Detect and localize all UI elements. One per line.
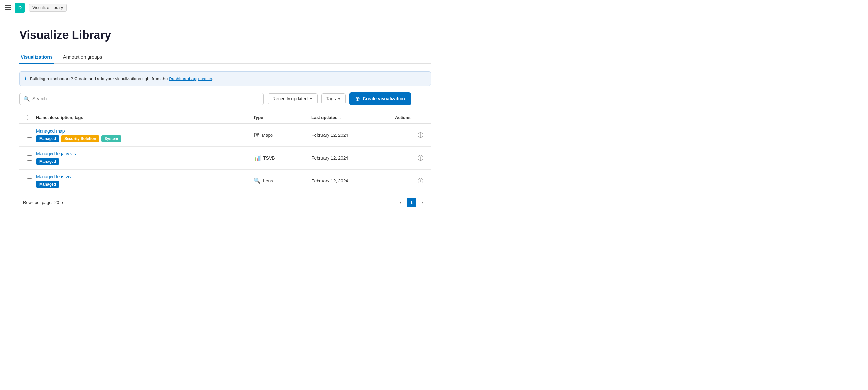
row-2-checkbox[interactable]	[27, 155, 32, 160]
tab-annotation-groups[interactable]: Annotation groups	[62, 51, 103, 64]
column-type: Type	[253, 115, 311, 120]
sort-filter-label: Recently updated	[273, 96, 308, 101]
column-name: Name, description, tags	[36, 115, 253, 120]
pagination-prev-button[interactable]: ‹	[396, 198, 405, 207]
row-2-date: February 12, 2024	[311, 155, 395, 160]
tags-chevron-icon: ▼	[338, 97, 341, 101]
toolbar: 🔍 Recently updated ▼ Tags ▼ ⊕ Create vis…	[19, 92, 431, 105]
sort-filter-button[interactable]: Recently updated ▼	[268, 93, 317, 104]
table-row: Managed lens vis Managed 🔍 Lens February…	[19, 170, 431, 192]
pagination-page-1-button[interactable]: 1	[407, 198, 416, 207]
tag-system[interactable]: System	[101, 136, 122, 142]
rows-per-page-value: 20	[54, 200, 59, 205]
table-header: Name, description, tags Type Last update…	[19, 112, 431, 124]
create-button-label: Create visualization	[363, 96, 405, 101]
row-3-type: 🔍 Lens	[253, 177, 311, 184]
column-last-updated[interactable]: Last updated ↓	[311, 115, 395, 120]
row-1-date: February 12, 2024	[311, 132, 395, 138]
dashboard-app-link[interactable]: Dashboard application	[169, 76, 212, 81]
row-3-actions: ⓘ	[395, 176, 427, 186]
banner-text: Building a dashboard? Create and add you…	[30, 76, 213, 81]
maps-icon: 🗺	[253, 132, 259, 139]
rows-per-page-control[interactable]: Rows per page: 20 ▼	[23, 200, 64, 205]
tag-security-solution[interactable]: Security Solution	[61, 136, 99, 142]
tag-managed-3[interactable]: Managed	[36, 181, 59, 188]
row-1-name-cell: Managed map Managed Security Solution Sy…	[36, 128, 253, 142]
plus-icon: ⊕	[355, 95, 360, 102]
info-icon: ℹ	[25, 76, 27, 82]
hamburger-menu[interactable]	[5, 5, 11, 10]
table-footer: Rows per page: 20 ▼ ‹ 1 ›	[19, 192, 431, 207]
row-2-actions: ⓘ	[395, 153, 427, 163]
page-title: Visualize Library	[19, 28, 431, 42]
pagination: ‹ 1 ›	[396, 198, 427, 207]
tags-filter-button[interactable]: Tags ▼	[321, 93, 345, 104]
tag-managed-1[interactable]: Managed	[36, 136, 59, 142]
row-1-name-link[interactable]: Managed map	[36, 128, 253, 133]
lens-icon: 🔍	[253, 177, 260, 184]
sort-chevron-icon: ▼	[309, 97, 313, 101]
tab-visualizations[interactable]: Visualizations	[19, 51, 54, 64]
row-3-date: February 12, 2024	[311, 178, 395, 183]
search-icon: 🔍	[24, 96, 30, 102]
visualizations-table: Name, description, tags Type Last update…	[19, 112, 431, 192]
row-1-type: 🗺 Maps	[253, 132, 311, 139]
select-all-checkbox[interactable]	[27, 115, 32, 120]
table-row: Managed map Managed Security Solution Sy…	[19, 124, 431, 147]
row-2-type-label: TSVB	[263, 155, 275, 160]
tsvb-icon: 📊	[253, 154, 260, 161]
row-2-info-button[interactable]: ⓘ	[416, 153, 425, 163]
column-actions: Actions	[395, 115, 427, 120]
tags-filter-label: Tags	[326, 96, 336, 101]
row-1-info-button[interactable]: ⓘ	[416, 130, 425, 140]
pagination-next-button[interactable]: ›	[417, 198, 427, 207]
info-banner: ℹ Building a dashboard? Create and add y…	[19, 71, 431, 86]
row-1-checkbox[interactable]	[27, 132, 32, 138]
row-1-type-label: Maps	[262, 132, 273, 138]
table-row: Managed legacy vis Managed 📊 TSVB Februa…	[19, 147, 431, 170]
row-2-tags: Managed	[36, 158, 253, 165]
row-3-name-cell: Managed lens vis Managed	[36, 174, 253, 188]
rows-per-page-label: Rows per page:	[23, 200, 53, 205]
row-3-checkbox[interactable]	[27, 178, 32, 183]
create-visualization-button[interactable]: ⊕ Create visualization	[349, 92, 411, 105]
avatar: D	[15, 3, 25, 13]
row-1-tags: Managed Security Solution System	[36, 136, 253, 142]
row-3-name-link[interactable]: Managed lens vis	[36, 174, 253, 179]
row-3-type-label: Lens	[263, 178, 273, 183]
sort-down-icon: ↓	[340, 116, 342, 120]
row-3-tags: Managed	[36, 181, 253, 188]
tabs-container: Visualizations Annotation groups	[19, 51, 431, 64]
row-2-type: 📊 TSVB	[253, 154, 311, 161]
row-3-info-button[interactable]: ⓘ	[416, 176, 425, 186]
tag-managed-2[interactable]: Managed	[36, 158, 59, 165]
search-input[interactable]	[32, 96, 260, 101]
row-2-name-cell: Managed legacy vis Managed	[36, 151, 253, 165]
row-1-actions: ⓘ	[395, 130, 427, 140]
row-2-name-link[interactable]: Managed legacy vis	[36, 151, 253, 156]
rows-chevron-icon: ▼	[61, 201, 64, 204]
search-box: 🔍	[19, 93, 264, 105]
nav-breadcrumb: Visualize Library	[29, 4, 67, 11]
